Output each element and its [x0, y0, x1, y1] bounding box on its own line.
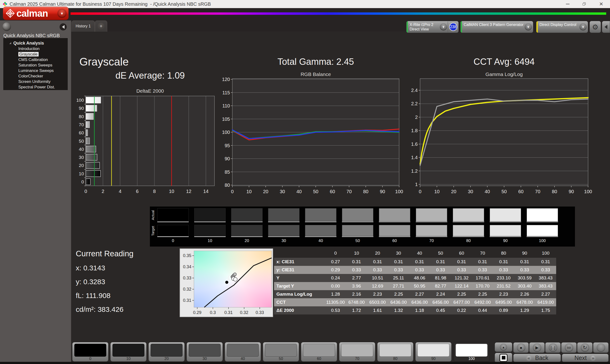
- pattern-level-button-100[interactable]: 100: [454, 342, 490, 362]
- svg-text:0.29: 0.29: [193, 310, 201, 315]
- chevron-down-icon[interactable]: ▼: [440, 23, 447, 30]
- display-control-label: Direct Display Control: [539, 23, 580, 27]
- svg-text:85: 85: [225, 169, 230, 175]
- sidebar-item-screen-uniformity[interactable]: Screen Uniformity: [4, 79, 67, 84]
- next-button[interactable]: Next »: [562, 354, 609, 362]
- table-cell: 0.24: [325, 274, 346, 282]
- step-button[interactable]: [··]: [545, 342, 561, 353]
- blank-button[interactable]: [593, 342, 609, 353]
- stop-button[interactable]: ■: [513, 342, 529, 353]
- pattern-generator-status-bar: [461, 21, 462, 33]
- table-cell: 0.31: [493, 258, 514, 266]
- swatch-row-label-actual: Actual: [151, 209, 156, 221]
- table-cell: 0.33: [535, 266, 556, 274]
- sidebar-sphere-button[interactable]: [2, 22, 11, 31]
- table-cell: 0.31: [409, 258, 430, 266]
- sidebar-item-introduction[interactable]: Introduction: [4, 46, 67, 52]
- table-cell: 6503.00: [367, 298, 388, 306]
- close-button[interactable]: ✕: [597, 0, 606, 8]
- gamma-chart-title: Gamma Log/Log: [420, 71, 588, 77]
- sidebar-item-grayscale[interactable]: Grayscale: [4, 52, 67, 57]
- svg-text:80: 80: [225, 182, 230, 188]
- table-cell: 1.29: [514, 306, 535, 314]
- table-cell: 2.25: [388, 290, 409, 298]
- minimize-button[interactable]: [563, 0, 572, 8]
- swatch-level-label: 30: [268, 238, 299, 243]
- meter-dropdown[interactable]: X-Rite i1Pro 2Direct View ▼ 238: [406, 21, 459, 33]
- pattern-level-button-70[interactable]: 70: [339, 342, 375, 362]
- table-cell: 0.33: [451, 266, 472, 274]
- sidebar-item-colorchecker[interactable]: ColorChecker: [4, 73, 67, 79]
- grayscale-swatch-strip: ActualTarget0102030405060708090100: [150, 207, 575, 247]
- rainbow-gradient-strip: [71, 13, 606, 15]
- svg-text:2.4: 2.4: [411, 88, 418, 93]
- svg-text:0.31: 0.31: [183, 298, 191, 303]
- table-cell: 2.27: [535, 290, 556, 298]
- sidebar-collapse-button[interactable]: [60, 23, 67, 30]
- loop-button[interactable]: ∞: [561, 342, 577, 353]
- table-cell: 0.31: [535, 258, 556, 266]
- pattern-bar-expand-button[interactable]: ▲: [495, 342, 512, 352]
- tab-history-1[interactable]: History 1: [71, 21, 95, 32]
- tree-root-quick-analysis[interactable]: Quick Analysis: [4, 40, 67, 46]
- swatch-level-label: 20: [231, 238, 263, 243]
- svg-text:90: 90: [225, 156, 230, 161]
- step-icon: [··]: [549, 343, 557, 352]
- display-control-dropdown[interactable]: Direct Display Control ▼: [536, 21, 588, 33]
- meter-count-badge[interactable]: 238: [449, 23, 457, 31]
- restore-button[interactable]: [580, 0, 589, 8]
- pattern-level-button-50[interactable]: 50: [263, 342, 299, 362]
- table-cell: 0.22: [451, 306, 472, 314]
- current-reading-x: x: 0.3143: [76, 264, 105, 272]
- table-cell: 50.95: [409, 282, 430, 290]
- svg-text:50: 50: [79, 139, 84, 144]
- settings-button[interactable]: ⚙: [589, 21, 601, 33]
- tab-label: History 1: [76, 24, 91, 28]
- pattern-level-button-30[interactable]: 30: [187, 342, 223, 362]
- svg-text:30: 30: [79, 155, 84, 160]
- pattern-level-button-90[interactable]: 90: [415, 342, 452, 362]
- chevron-down-icon[interactable]: ▼: [525, 23, 532, 30]
- sidebar-item-saturation-sweeps[interactable]: Saturation Sweeps: [4, 62, 67, 68]
- back-button[interactable]: « Back: [513, 354, 561, 362]
- display-control-status-bar: [536, 21, 538, 33]
- sidebar-item-cms-calibration[interactable]: CMS Calibration: [4, 57, 67, 62]
- table-cell: 0.31: [451, 258, 472, 266]
- pattern-level-button-40[interactable]: 40: [225, 342, 261, 362]
- pattern-level-button-10[interactable]: 10: [110, 342, 146, 362]
- window-pattern-button[interactable]: [495, 353, 512, 363]
- deltae-2000-chart: 010203040506070809010002468101214: [71, 94, 224, 199]
- swatch-level-label: 90: [490, 238, 521, 243]
- chevron-down-icon[interactable]: ▼: [580, 23, 587, 30]
- target-swatch-60: [379, 225, 410, 236]
- pattern-level-bar: 0102030405060708090100: [72, 342, 490, 362]
- pattern-level-button-20[interactable]: 20: [148, 342, 185, 362]
- calman-menu-button[interactable]: calman ▼: [3, 7, 69, 20]
- plus-icon: +: [97, 23, 104, 30]
- svg-text:50: 50: [501, 189, 506, 194]
- svg-text:10: 10: [79, 171, 84, 176]
- table-cell: 1.75: [535, 306, 556, 314]
- blank-icon: [597, 343, 605, 352]
- actual-swatch-80: [453, 208, 484, 221]
- pattern-generator-dropdown[interactable]: CalMAN Client 3 Pattern Generator ▼: [460, 21, 533, 33]
- add-tab-button[interactable]: +: [95, 21, 107, 32]
- table-cell: 81.98: [430, 274, 451, 282]
- refresh-button[interactable]: ↻: [577, 342, 593, 353]
- logo-dropdown-arrow[interactable]: ▼: [57, 9, 66, 18]
- pattern-level-button-60[interactable]: 60: [301, 342, 337, 362]
- svg-text:0.33: 0.33: [183, 276, 191, 280]
- svg-text:80: 80: [552, 189, 557, 194]
- table-cell: 0.31: [367, 258, 388, 266]
- pattern-level-button-0[interactable]: 0: [72, 342, 108, 362]
- table-col-header: 50: [430, 250, 451, 257]
- sidebar-item-luminance-sweeps[interactable]: Luminance Sweeps: [4, 68, 67, 73]
- expander-icon: [9, 42, 11, 44]
- play-button[interactable]: ▶: [529, 342, 545, 353]
- window-title: Calman 2025 Calman Ultimate for Business…: [10, 1, 211, 7]
- table-cell: 0.33: [493, 266, 514, 274]
- sidebar-item-spectral-power-dist-[interactable]: Spectral Power Dist.: [4, 84, 67, 90]
- pattern-level-button-80[interactable]: 80: [377, 342, 414, 362]
- toolbar-collapse-button[interactable]: [602, 21, 610, 33]
- title-bar: Calman 2025 Calman Ultimate for Business…: [0, 0, 610, 8]
